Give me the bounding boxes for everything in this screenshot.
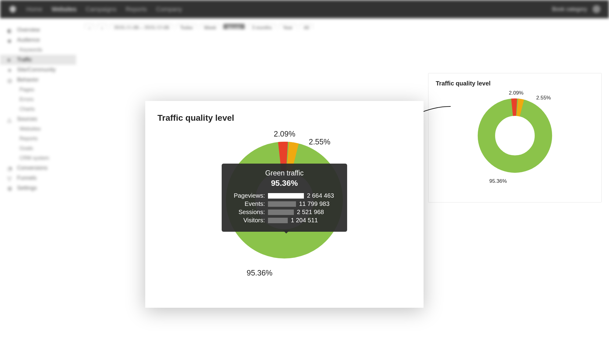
tooltip-row-value: 1 204 511 <box>291 217 340 224</box>
small-donut-green-label: 95.36% <box>489 178 507 184</box>
sidebar-item-settings[interactable]: ⚙Settings <box>0 183 76 193</box>
gear-icon: ⚙ <box>7 185 13 191</box>
donut-tooltip: Green traffic 95.36% Pageviews:2 664 463… <box>222 164 347 232</box>
date-next-button[interactable]: › <box>97 24 107 29</box>
donut-yellow-label: 2.55% <box>309 137 330 146</box>
traffic-quality-modal: Traffic quality level 2.09% 2.55% 95.36%… <box>145 101 424 308</box>
panel-title: Traffic quality level <box>436 80 594 87</box>
user-name[interactable]: Book category <box>552 6 587 12</box>
topbar: Home Websites Campaigns Reports Company … <box>0 0 609 18</box>
date-range[interactable]: 2015-11-09 – 2015-12-09 <box>110 24 173 29</box>
modal-donut-chart[interactable]: 2.09% 2.55% 95.36% Green traffic 95.36% … <box>224 139 345 261</box>
primary-nav: Home Websites Campaigns Reports Company <box>26 6 182 13</box>
nav-company[interactable]: Company <box>156 6 182 13</box>
traffic-icon: ≡ <box>7 57 13 63</box>
sidebar-item-audience[interactable]: ◈Audience <box>0 35 76 45</box>
nav-home[interactable]: Home <box>26 6 42 13</box>
tooltip-value: 95.36% <box>229 179 340 188</box>
small-donut-red-label: 2.09% <box>509 90 523 96</box>
modal-title: Traffic quality level <box>157 113 411 123</box>
donut-green-label: 95.36% <box>247 269 273 277</box>
traffic-quality-panel: Traffic quality level 2.09% 2.55% 95.36% <box>428 73 602 203</box>
sidebar-subitem-goals[interactable]: Goals <box>0 144 76 153</box>
nav-campaigns[interactable]: Campaigns <box>86 6 116 13</box>
tooltip-row-bar <box>268 210 294 215</box>
small-donut-yellow-label: 2.55% <box>536 95 551 101</box>
tooltip-row: Visitors:1 204 511 <box>229 217 340 224</box>
sidebar-item-overview[interactable]: ◐Overview <box>0 25 76 35</box>
tooltip-row-label: Visitors: <box>229 217 265 224</box>
funnels-icon: ▽ <box>7 175 13 181</box>
nav-websites[interactable]: Websites <box>51 6 76 13</box>
tooltip-row-value: 11 799 983 <box>299 200 340 207</box>
audience-icon: ◈ <box>7 37 13 43</box>
range-year[interactable]: Year <box>279 24 297 29</box>
tooltip-row-value: 2 521 968 <box>297 209 340 216</box>
date-prev-button[interactable]: ‹ <box>85 24 94 29</box>
behavior-icon: ◎ <box>7 77 13 83</box>
sidebar-subitem-keywords[interactable]: Keywords <box>0 45 76 55</box>
sidebar-item-behavior[interactable]: ◎Behavior <box>0 75 76 85</box>
sidebar-subitem-websites[interactable]: Websites <box>0 124 76 134</box>
tooltip-title: Green traffic <box>229 169 340 177</box>
range-month[interactable]: Month <box>223 24 245 29</box>
range-today[interactable]: Today <box>176 24 197 29</box>
sidebar-item-sources[interactable]: △Sources <box>0 114 76 124</box>
tooltip-row-value: 2 664 463 <box>307 192 340 199</box>
range-all[interactable]: All <box>300 24 313 29</box>
tooltip-row-label: Events: <box>229 200 265 207</box>
range-3months[interactable]: 3 months <box>248 24 276 29</box>
tooltip-row: Pageviews:2 664 463 <box>229 192 340 199</box>
sidebar-item-site[interactable]: ✶Site/Community <box>0 65 76 75</box>
sidebar-subitem-crm[interactable]: CRM system <box>0 153 76 163</box>
sidebar-subitem-errors[interactable]: Errors <box>0 95 76 104</box>
tooltip-row-bar <box>268 193 304 199</box>
user-avatar-icon[interactable] <box>593 5 600 13</box>
main-content: ‹ › 2015-11-09 – 2015-12-09 Today Week M… <box>76 18 609 29</box>
sidebar-item-funnels[interactable]: ▽Funnels <box>0 173 76 183</box>
overview-icon: ◐ <box>7 27 13 33</box>
sidebar: ◐Overview ◈Audience Keywords ≡Traffic ✶S… <box>0 18 76 25</box>
conversions-icon: ◔ <box>7 165 13 171</box>
sources-icon: △ <box>7 116 13 122</box>
nav-reports[interactable]: Reports <box>125 6 147 13</box>
tooltip-row-bar <box>268 218 288 223</box>
sidebar-item-traffic[interactable]: ≡Traffic <box>0 55 76 65</box>
tooltip-row: Sessions:2 521 968 <box>229 209 340 216</box>
donut-red-label: 2.09% <box>274 130 295 138</box>
sidebar-subitem-charts[interactable]: Charts <box>0 104 76 114</box>
tooltip-row-label: Sessions: <box>229 209 265 216</box>
small-donut-chart <box>475 96 554 175</box>
tooltip-row-label: Pageviews: <box>229 192 265 199</box>
tooltip-row: Events:11 799 983 <box>229 200 340 207</box>
tooltip-row-bar <box>268 201 296 207</box>
range-week[interactable]: Week <box>200 24 220 29</box>
date-toolbar: ‹ › 2015-11-09 – 2015-12-09 Today Week M… <box>85 24 600 29</box>
app-logo-icon <box>9 5 17 13</box>
sidebar-subitem-pages[interactable]: Pages <box>0 85 76 95</box>
sidebar-item-conversions[interactable]: ◔Conversions <box>0 163 76 173</box>
site-icon: ✶ <box>7 67 13 73</box>
sidebar-subitem-reports[interactable]: Reports <box>0 134 76 144</box>
